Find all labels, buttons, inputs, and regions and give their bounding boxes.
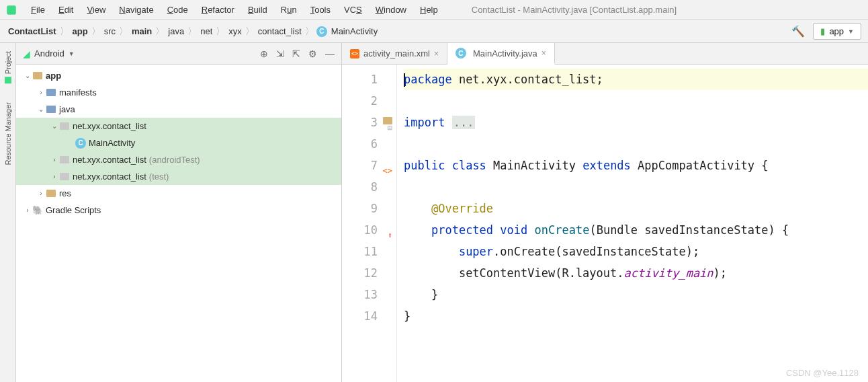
hide-panel-icon[interactable]: — [325,48,335,59]
tree-node-java[interactable]: ⌄ java [16,101,341,118]
gutter-line[interactable]: 14 [342,305,396,327]
gutter: 1 2 3⊞ 6 7<> 8 9 10⬆ 11 12 13 14 [342,65,397,382]
chevron-down-icon: ▼ [848,28,854,35]
close-icon[interactable]: × [541,48,546,58]
tree-node-app[interactable]: ⌄ app [16,67,341,84]
code-text[interactable]: package net.xyx.contact_list; import ...… [397,65,868,382]
tree-label: manifests [59,87,97,98]
menu-view[interactable]: View [80,2,112,17]
gutter-line[interactable]: 11 [342,241,396,262]
breadcrumb-src[interactable]: src [103,26,117,36]
select-opened-file-icon[interactable]: ⊕ [260,48,268,59]
build-hammer-icon[interactable]: 🔨 [791,25,805,38]
gradle-icon: 🐘 [32,206,43,215]
menu-run[interactable]: Run [274,2,304,17]
menu-vcs[interactable]: VCS [337,2,369,17]
editor-tab-java[interactable]: C MainActivity.java × [447,43,555,65]
gear-icon[interactable]: ⚙ [308,48,317,59]
breadcrumb-file[interactable]: MainActivity [330,26,379,36]
expand-arrow-icon[interactable]: ⌄ [23,72,32,79]
expand-all-icon[interactable]: ⇲ [276,48,284,59]
tree-node-manifests[interactable]: › manifests [16,84,341,101]
menu-refactor[interactable]: Refactor [195,2,241,17]
breadcrumb-main[interactable]: main [130,26,153,36]
run-configuration-selector[interactable]: ▮ app ▼ [813,23,861,40]
tree-node-res[interactable]: › res [16,185,341,202]
gutter-line[interactable]: 8 [342,176,396,198]
expand-arrow-icon[interactable]: › [50,173,59,180]
editor-tab-xml[interactable]: <> activity_main.xml × [342,43,447,64]
project-view-title[interactable]: Android [34,48,64,59]
chevron-down-icon[interactable]: ▼ [69,50,75,57]
folder-icon [46,89,56,96]
gutter-line[interactable]: 2 [342,90,396,112]
project-tool-icon [5,77,11,83]
android-robot-icon: ▮ [820,26,825,36]
project-tree: ⌄ app › manifests ⌄ java ⌄ net.xyx.conta… [16,65,341,382]
svg-rect-0 [7,5,16,15]
class-file-icon: C [455,48,466,59]
breadcrumb-net[interactable]: net [199,26,214,36]
tree-label-suffix: (test) [149,171,169,182]
gutter-line[interactable]: 10⬆ [342,219,396,241]
package-icon [60,122,69,130]
editor-tabs: <> activity_main.xml × C MainActivity.ja… [342,43,868,65]
tree-node-package-main[interactable]: ⌄ net.xyx.contact_list [16,118,341,135]
tree-label: Gradle Scripts [46,205,101,215]
gutter-line[interactable]: 6 [342,133,396,155]
breadcrumb-xyx[interactable]: xyx [227,26,243,36]
tree-node-main-activity[interactable]: › C MainActivity [16,135,341,151]
tree-node-gradle[interactable]: › 🐘 Gradle Scripts [16,202,341,219]
breadcrumb-pkg[interactable]: contact_list [257,26,303,36]
close-icon[interactable]: × [434,49,439,59]
chevron-right-icon: 〉 [187,26,197,38]
main-area: Project Resource Manager ◢ Android ▼ ⊕ ⇲… [0,43,868,382]
menu-file[interactable]: File [24,2,52,17]
expand-arrow-icon[interactable]: › [36,190,46,197]
tree-label: net.xyx.contact_list [73,171,146,182]
window-title: ContactList - MainActivity.java [Contact… [472,5,677,15]
tree-label: res [59,188,71,198]
menu-build[interactable]: Build [241,2,274,17]
project-panel-header: ◢ Android ▼ ⊕ ⇲ ⇱ ⚙ — [16,43,341,65]
tree-label: app [46,71,61,81]
gutter-line[interactable]: 3⊞ [342,112,396,133]
navigation-bar: ContactList 〉 app 〉 src 〉 main 〉 java 〉 … [0,20,868,43]
class-file-icon: C [316,26,327,37]
gutter-line[interactable]: 7<> [342,155,396,176]
folder-icon [46,190,56,197]
tree-node-package-androidtest[interactable]: › net.xyx.contact_list (androidTest) [16,151,341,168]
gutter-line[interactable]: 13 [342,284,396,305]
tool-window-resource-manager[interactable]: Resource Manager [4,98,12,169]
tool-window-project[interactable]: Project [4,47,12,87]
tab-label: activity_main.xml [363,48,430,59]
chevron-right-icon: 〉 [216,26,225,38]
expand-arrow-icon[interactable]: › [23,206,32,214]
menu-help[interactable]: Help [413,2,445,17]
xml-file-icon: <> [350,49,359,59]
code-editor[interactable]: 1 2 3⊞ 6 7<> 8 9 10⬆ 11 12 13 14 package… [342,65,868,382]
menu-tools[interactable]: Tools [304,2,337,17]
tree-node-package-test[interactable]: › net.xyx.contact_list (test) [16,168,341,185]
expand-arrow-icon[interactable]: ⌄ [50,122,59,130]
expand-arrow-icon[interactable]: › [50,156,59,163]
breadcrumb-java[interactable]: java [167,26,185,36]
left-tool-strip: Project Resource Manager [0,43,16,382]
collapse-all-icon[interactable]: ⇱ [292,48,300,59]
gutter-line[interactable]: 9 [342,198,396,219]
expand-arrow-icon[interactable]: ⌄ [36,106,46,113]
expand-arrow-icon[interactable]: › [36,89,46,96]
menu-code[interactable]: Code [161,2,195,17]
gutter-line[interactable]: 1 [342,69,396,90]
menu-edit[interactable]: Edit [52,2,80,17]
menu-navigate[interactable]: Navigate [112,2,160,17]
breadcrumb-app[interactable]: app [71,26,89,36]
gutter-line[interactable]: 12 [342,262,396,284]
breadcrumb-project[interactable]: ContactList [7,26,58,36]
tree-label: java [59,104,75,114]
menu-window[interactable]: Window [369,2,413,17]
project-panel: ◢ Android ▼ ⊕ ⇲ ⇱ ⚙ — ⌄ app › manifests [16,43,342,382]
chevron-right-icon: 〉 [305,26,314,38]
fold-icon[interactable]: ⊞ [383,117,392,124]
module-folder-icon [33,72,42,79]
